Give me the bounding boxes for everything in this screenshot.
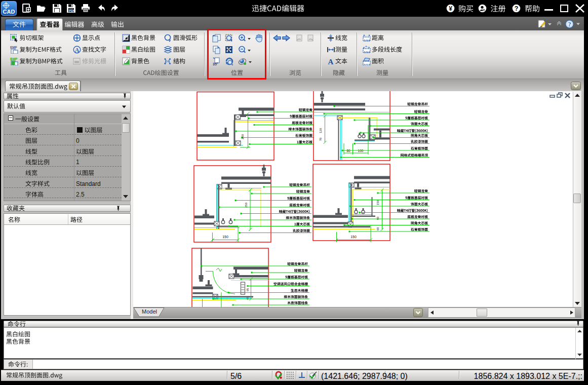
svg-text:150: 150 (350, 235, 357, 239)
svg-text:65: 65 (246, 288, 249, 291)
svg-text:250: 250 (245, 202, 248, 208)
svg-text:70: 70 (319, 137, 322, 141)
svg-text:PDF: PDF (69, 9, 75, 12)
svg-text:?: ? (568, 21, 571, 27)
svg-text:EMF: EMF (10, 46, 17, 49)
svg-text:60: 60 (376, 227, 379, 230)
svg-text:80: 80 (376, 216, 379, 220)
svg-text:45: 45 (246, 296, 249, 300)
svg-text:A: A (328, 58, 334, 65)
svg-text:150: 150 (222, 235, 228, 239)
svg-text:120: 120 (319, 128, 322, 133)
svg-text:BMP: BMP (10, 57, 18, 61)
svg-text:¥: ¥ (449, 5, 452, 12)
svg-text:?: ? (515, 5, 519, 12)
svg-text:A: A (75, 47, 80, 54)
svg-text:250: 250 (241, 134, 244, 139)
svg-text:150: 150 (376, 200, 379, 205)
svg-text:CAD: CAD (3, 9, 15, 15)
